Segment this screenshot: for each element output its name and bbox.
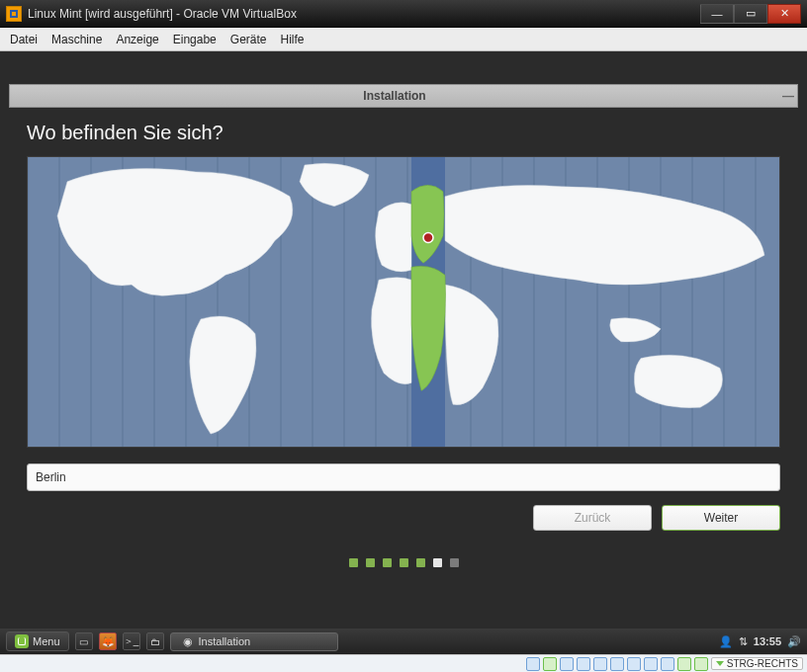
mint-menu-label: Menu bbox=[33, 635, 60, 647]
progress-dots bbox=[27, 558, 780, 567]
host-key-label: STRG-RECHTS bbox=[727, 658, 798, 669]
network-icon[interactable] bbox=[577, 657, 590, 671]
audio-icon[interactable] bbox=[560, 657, 574, 671]
firefox-icon[interactable]: 🦊 bbox=[99, 632, 117, 650]
display-icon[interactable] bbox=[627, 657, 641, 671]
maximize-button[interactable]: ▭ bbox=[734, 4, 767, 24]
network-tray-icon[interactable]: ⇅ bbox=[739, 635, 748, 648]
location-input[interactable] bbox=[27, 463, 780, 491]
installer-titlebar[interactable]: Installation — bbox=[9, 84, 798, 108]
drag-drop-icon[interactable] bbox=[661, 657, 674, 671]
progress-dot bbox=[349, 558, 358, 567]
vbox-window-title: Linux Mint [wird ausgeführt] - Oracle VM… bbox=[28, 7, 297, 21]
vbox-titlebar: Linux Mint [wird ausgeführt] - Oracle VM… bbox=[0, 0, 807, 28]
window-controls: — ▭ ✕ bbox=[700, 4, 801, 24]
menu-maschine[interactable]: Maschine bbox=[51, 33, 102, 46]
taskbar-item-label: Installation bbox=[199, 635, 251, 647]
mint-menu-button[interactable]: Menu bbox=[6, 631, 69, 651]
progress-dot bbox=[400, 558, 408, 567]
clipboard-icon[interactable] bbox=[644, 657, 658, 671]
installer-window-title: Installation bbox=[10, 89, 779, 103]
mint-logo-icon bbox=[15, 634, 29, 648]
terminal-icon[interactable]: ＞_ bbox=[123, 632, 140, 650]
show-desktop-icon[interactable]: ▭ bbox=[75, 632, 93, 650]
menu-eingabe[interactable]: Eingabe bbox=[173, 33, 217, 46]
arrow-down-icon bbox=[716, 661, 724, 666]
installer-minimize-button[interactable]: — bbox=[779, 89, 797, 103]
virtualbox-icon bbox=[6, 6, 22, 22]
files-icon[interactable]: 🗀 bbox=[146, 632, 164, 650]
back-button[interactable]: Zurück bbox=[533, 505, 652, 531]
menu-anzeige[interactable]: Anzeige bbox=[116, 33, 158, 46]
progress-dot bbox=[433, 558, 442, 567]
progress-dot bbox=[450, 558, 459, 567]
taskbar-item-installation[interactable]: ◉ Installation bbox=[170, 632, 338, 651]
minimize-button[interactable]: — bbox=[700, 4, 734, 24]
panel-clock[interactable]: 13:55 bbox=[754, 635, 781, 647]
user-icon[interactable]: 👤 bbox=[719, 635, 733, 648]
menu-hilfe[interactable]: Hilfe bbox=[280, 33, 304, 46]
close-button[interactable]: ✕ bbox=[767, 4, 801, 24]
recording-icon[interactable] bbox=[677, 657, 691, 671]
page-heading: Wo befinden Sie sich? bbox=[27, 122, 780, 144]
vbox-statusbar: STRG-RECHTS bbox=[0, 654, 807, 672]
installer-body: Wo befinden Sie sich? bbox=[9, 108, 798, 577]
shared-folder-icon[interactable] bbox=[610, 657, 624, 671]
guest-display: Installation — Wo befinden Sie sich? bbox=[0, 51, 807, 654]
nav-buttons: Zurück Weiter bbox=[27, 505, 780, 531]
progress-dot bbox=[383, 558, 392, 567]
menu-datei[interactable]: Datei bbox=[10, 33, 38, 46]
disc-icon: ◉ bbox=[183, 635, 193, 648]
progress-dot bbox=[416, 558, 425, 567]
usb-icon[interactable] bbox=[593, 657, 607, 671]
optical-icon[interactable] bbox=[543, 657, 557, 671]
volume-icon[interactable]: 🔊 bbox=[787, 635, 801, 648]
vbox-menubar: Datei Maschine Anzeige Eingabe Geräte Hi… bbox=[0, 28, 807, 51]
host-key-indicator[interactable]: STRG-RECHTS bbox=[711, 657, 803, 670]
installer-window: Installation — Wo befinden Sie sich? bbox=[9, 84, 798, 625]
mint-panel: Menu ▭ 🦊 ＞_ 🗀 ◉ Installation 👤 ⇅ 13:55 🔊 bbox=[0, 629, 807, 654]
timezone-map[interactable] bbox=[27, 156, 780, 448]
progress-dot bbox=[366, 558, 375, 567]
sata-icon[interactable] bbox=[526, 657, 540, 671]
next-button[interactable]: Weiter bbox=[662, 505, 780, 531]
menu-geraete[interactable]: Geräte bbox=[230, 33, 267, 46]
cpu-icon[interactable] bbox=[694, 657, 708, 671]
location-pin bbox=[423, 232, 433, 242]
